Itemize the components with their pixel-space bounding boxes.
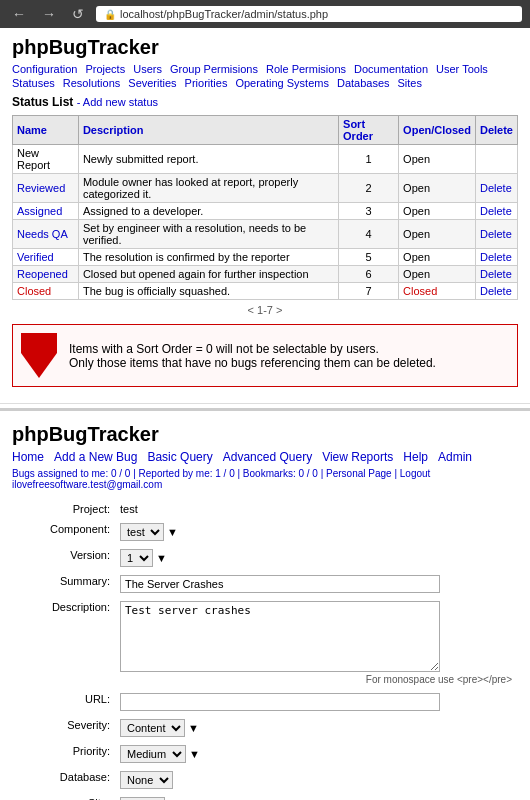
row-open-closed: Closed — [399, 283, 476, 300]
url-bar[interactable]: 🔒 localhost/phpBugTracker/admin/status.p… — [96, 6, 522, 22]
row-name[interactable]: Reopened — [13, 266, 79, 283]
nav-primary: Configuration Projects Users Group Permi… — [12, 63, 518, 75]
col-name[interactable]: Name — [13, 116, 79, 145]
nav-advanced-query[interactable]: Advanced Query — [223, 450, 312, 464]
nav-help[interactable]: Help — [403, 450, 428, 464]
reload-button[interactable]: ↺ — [68, 4, 88, 24]
nav-resolutions[interactable]: Resolutions — [63, 77, 120, 89]
row-delete[interactable]: Delete — [475, 249, 517, 266]
version-cell: 1 ▼ — [116, 546, 516, 570]
nav-statuses[interactable]: Statuses — [12, 77, 55, 89]
row-open-closed: Open — [399, 174, 476, 203]
row-sort-order: 4 — [339, 220, 399, 249]
field-priority: Priority: Medium ▼ — [14, 742, 516, 766]
nav-secondary: Statuses Resolutions Severities Prioriti… — [12, 77, 518, 89]
row-description: The bug is officially squashed. — [78, 283, 338, 300]
field-severity: Severity: Content ▼ — [14, 716, 516, 740]
url-input[interactable] — [120, 693, 440, 711]
delete-link[interactable]: Delete — [480, 205, 512, 217]
severity-select[interactable]: Content — [120, 719, 185, 737]
info-line1: Items with a Sort Order = 0 will not be … — [69, 342, 436, 356]
description-label: Description: — [14, 598, 114, 688]
description-textarea[interactable]: Test server crashes — [120, 601, 440, 672]
row-name[interactable]: Reviewed — [13, 174, 79, 203]
row-name[interactable]: Closed — [13, 283, 79, 300]
database-select[interactable]: None — [120, 771, 173, 789]
nav-group-permisions[interactable]: Group Permisions — [170, 63, 258, 75]
priority-select[interactable]: Medium — [120, 745, 186, 763]
field-site: Site: N/A ▼ — [14, 794, 516, 800]
row-name[interactable]: Assigned — [13, 203, 79, 220]
nav-sites[interactable]: Sites — [398, 77, 422, 89]
forward-button[interactable]: → — [38, 4, 60, 24]
description-cell: Test server crashes For monospace use <p… — [116, 598, 516, 688]
bug-form: Project: test Component: test ▼ Version:… — [12, 498, 518, 800]
row-delete[interactable]: Delete — [475, 174, 517, 203]
nav-admin[interactable]: Admin — [438, 450, 472, 464]
severity-label: Severity: — [14, 716, 114, 740]
table-row: Reopened Closed but opened again for fur… — [13, 266, 518, 283]
nav-databases[interactable]: Databases — [337, 77, 390, 89]
col-open-closed[interactable]: Open/Closed — [399, 116, 476, 145]
row-description: Set by engineer with a resolution, needs… — [78, 220, 338, 249]
table-row: Closed The bug is officially squashed. 7… — [13, 283, 518, 300]
project-label: Project: — [14, 500, 114, 518]
row-delete[interactable]: Delete — [475, 203, 517, 220]
add-new-status-link[interactable]: - Add new status — [77, 96, 158, 108]
row-sort-order: 7 — [339, 283, 399, 300]
field-url: URL: — [14, 690, 516, 714]
nav-role-permisions[interactable]: Role Permisions — [266, 63, 346, 75]
nav-view-reports[interactable]: View Reports — [322, 450, 393, 464]
field-version: Version: 1 ▼ — [14, 546, 516, 570]
nav-basic-query[interactable]: Basic Query — [147, 450, 212, 464]
severity-cell: Content ▼ — [116, 716, 516, 740]
nav-configuration[interactable]: Configuration — [12, 63, 77, 75]
nav-severities[interactable]: Severities — [128, 77, 176, 89]
delete-link[interactable]: Delete — [480, 182, 512, 194]
nav-user-tools[interactable]: User Tools — [436, 63, 488, 75]
nav-projects[interactable]: Projects — [85, 63, 125, 75]
summary-input[interactable] — [120, 575, 440, 593]
nav-documentation[interactable]: Documentation — [354, 63, 428, 75]
row-delete[interactable]: Delete — [475, 283, 517, 300]
col-delete[interactable]: Delete — [475, 116, 517, 145]
nav-priorities[interactable]: Priorities — [185, 77, 228, 89]
row-name[interactable]: Verified — [13, 249, 79, 266]
nav-users[interactable]: Users — [133, 63, 162, 75]
status-list-header: Status List - Add new status — [12, 95, 518, 109]
version-select[interactable]: 1 — [120, 549, 153, 567]
version-dropdown-icon: ▼ — [156, 552, 167, 564]
project-value: test — [116, 500, 516, 518]
row-delete[interactable]: Delete — [475, 220, 517, 249]
version-label: Version: — [14, 546, 114, 570]
row-sort-order: 6 — [339, 266, 399, 283]
field-project: Project: test — [14, 500, 516, 518]
nav-operating-systems[interactable]: Operating Systems — [235, 77, 329, 89]
component-select[interactable]: test — [120, 523, 164, 541]
row-delete[interactable]: Delete — [475, 266, 517, 283]
nav-home[interactable]: Home — [12, 450, 44, 464]
row-open-closed: Open — [399, 266, 476, 283]
back-button[interactable]: ← — [8, 4, 30, 24]
delete-link[interactable]: Delete — [480, 228, 512, 240]
nav-add-bug[interactable]: Add a New Bug — [54, 450, 137, 464]
url-cell — [116, 690, 516, 714]
priority-cell: Medium ▼ — [116, 742, 516, 766]
col-sort-order[interactable]: Sort Order — [339, 116, 399, 145]
site-label: Site: — [14, 794, 114, 800]
table-row: Assigned Assigned to a developer. 3 Open… — [13, 203, 518, 220]
row-name[interactable]: Needs QA — [13, 220, 79, 249]
url-text: localhost/phpBugTracker/admin/status.php — [120, 8, 328, 20]
delete-link[interactable]: Delete — [480, 268, 512, 280]
delete-link[interactable]: Delete — [480, 251, 512, 263]
field-description: Description: Test server crashes For mon… — [14, 598, 516, 688]
info-line2: Only those items that have no bugs refer… — [69, 356, 436, 370]
row-delete — [475, 145, 517, 174]
delete-link[interactable]: Delete — [480, 285, 512, 297]
url-label: URL: — [14, 690, 114, 714]
component-label: Component: — [14, 520, 114, 544]
table-row: Needs QA Set by engineer with a resoluti… — [13, 220, 518, 249]
app-title-form: phpBugTracker — [12, 423, 518, 446]
info-text-block: Items with a Sort Order = 0 will not be … — [69, 342, 436, 370]
col-description[interactable]: Description — [78, 116, 338, 145]
